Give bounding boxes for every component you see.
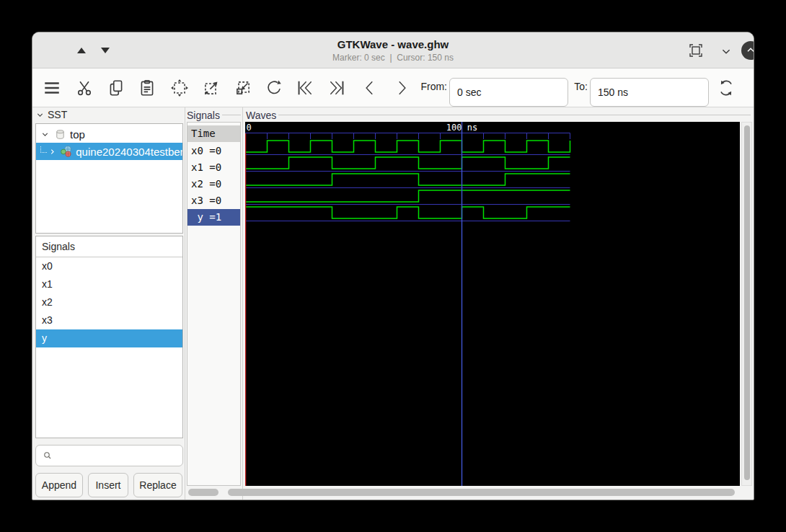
signal-list-item-x2[interactable]: x2: [36, 293, 182, 311]
undo-icon: [265, 79, 283, 97]
chevron-up-icon: [745, 45, 754, 56]
sst-expander[interactable]: SST: [35, 109, 67, 120]
marker-cursor-status: Marker: 0 sec | Cursor: 150 ns: [32, 53, 754, 63]
from-label: From:: [415, 81, 447, 92]
paste-icon: [138, 79, 156, 97]
wave-names-panel: Time x0 =0 x1 =0 x2 =0 x3 =0 y =1: [187, 122, 241, 486]
dropdown-button[interactable]: [718, 43, 734, 59]
step-forward-button[interactable]: [389, 75, 415, 101]
undo-button[interactable]: [261, 75, 287, 101]
zoom-out-button[interactable]: [230, 75, 256, 101]
step-back-button[interactable]: [357, 75, 383, 101]
search-input[interactable]: [53, 450, 169, 461]
copy-icon: [107, 79, 125, 97]
pane-splitter-left[interactable]: [185, 107, 185, 500]
waves-panel-title: Waves: [246, 110, 278, 121]
toolbar: From: To:: [32, 68, 754, 107]
wave-canvas[interactable]: 0100 ns: [245, 122, 740, 486]
skip-to-start-button[interactable]: [292, 75, 318, 101]
chevron-down-icon: [40, 130, 50, 139]
skip-to-end-icon: [327, 79, 346, 97]
fit-icon: [687, 41, 705, 60]
wave-signal-row-x0[interactable]: x0 =0: [187, 143, 240, 159]
cut-button[interactable]: [71, 75, 97, 101]
tree-connector: [40, 146, 47, 153]
chevron-right-icon: [48, 147, 56, 156]
sst-tree: top quine20240304testbench: [35, 123, 183, 234]
entity-icon: [60, 145, 73, 158]
zoom-in-icon: [202, 79, 221, 97]
pane-splitter-waves[interactable]: [242, 107, 243, 500]
paste-button[interactable]: [134, 75, 160, 101]
from-input[interactable]: [449, 78, 568, 107]
reload-icon: [717, 79, 736, 97]
menu-icon: [43, 79, 61, 97]
reload-button[interactable]: [713, 75, 739, 101]
zoom-fit-button[interactable]: [167, 75, 193, 101]
svg-text:0: 0: [247, 123, 252, 133]
menu-button[interactable]: [39, 75, 65, 101]
names-panel-title: Signals: [187, 110, 222, 121]
signal-list-title: Signals: [36, 236, 182, 257]
time-column-header[interactable]: Time: [187, 125, 240, 142]
to-label: To:: [573, 81, 588, 92]
step-forward-icon: [392, 79, 411, 97]
wave-vertical-scrollbar-thumb[interactable]: [744, 125, 750, 480]
copy-button[interactable]: [103, 75, 129, 101]
chevron-down-icon: [718, 42, 734, 61]
wave-vertical-scrollbar[interactable]: [741, 122, 752, 486]
signal-list-item-x1[interactable]: x1: [36, 275, 182, 293]
zoom-fit-icon: [170, 79, 189, 97]
zoom-in-button[interactable]: [198, 75, 224, 101]
to-input[interactable]: [590, 78, 709, 107]
wave-signal-row-x3[interactable]: x3 =0: [187, 192, 240, 209]
gtkwave-window: GTKWave - wave.ghw Marker: 0 sec | Curso…: [32, 32, 754, 500]
sst-header-label: SST: [48, 109, 67, 120]
append-button[interactable]: Append: [35, 473, 83, 497]
tree-item-label: top: [70, 128, 85, 141]
window-title: GTKWave - wave.ghw: [32, 38, 754, 50]
step-back-icon: [361, 79, 379, 97]
wave-signal-row-x2[interactable]: x2 =0: [187, 176, 240, 192]
skip-to-end-button[interactable]: [324, 75, 350, 101]
tree-item-top[interactable]: top: [36, 125, 182, 143]
titlebar[interactable]: GTKWave - wave.ghw Marker: 0 sec | Curso…: [32, 32, 754, 68]
search-icon: [42, 450, 53, 461]
cut-icon: [75, 79, 94, 97]
signal-list-item-x3[interactable]: x3: [36, 311, 182, 329]
wave-signal-row-x1[interactable]: x1 =0: [187, 159, 240, 176]
wave-horizontal-scrollbar-thumb[interactable]: [228, 489, 735, 496]
skip-to-start-icon: [296, 79, 314, 97]
names-frame-line: [221, 115, 241, 115]
tree-item-testbench[interactable]: quine20240304testbench: [36, 143, 182, 160]
zoom-out-icon: [234, 79, 252, 97]
wave-signal-row-y[interactable]: y =1: [187, 209, 240, 226]
signal-list-panel: Signals x0 x1 x2 x3 y: [35, 236, 183, 438]
desktop-background: GTKWave - wave.ghw Marker: 0 sec | Curso…: [0, 0, 786, 532]
names-horizontal-scrollbar-thumb[interactable]: [188, 489, 218, 496]
signal-list-item-y[interactable]: y: [36, 329, 182, 347]
insert-button[interactable]: Insert: [88, 473, 128, 497]
fit-window-button[interactable]: [687, 42, 705, 59]
expander-chevron-icon: [35, 110, 45, 120]
signal-search: [35, 445, 183, 466]
tree-item-label: quine20240304testbench: [76, 146, 182, 158]
replace-button[interactable]: Replace: [133, 473, 182, 497]
database-icon: [54, 128, 66, 141]
wave-canvas-svg: 0100 ns: [245, 122, 740, 486]
waves-frame-line: [278, 115, 751, 115]
signal-list-item-x0[interactable]: x0: [36, 257, 182, 275]
